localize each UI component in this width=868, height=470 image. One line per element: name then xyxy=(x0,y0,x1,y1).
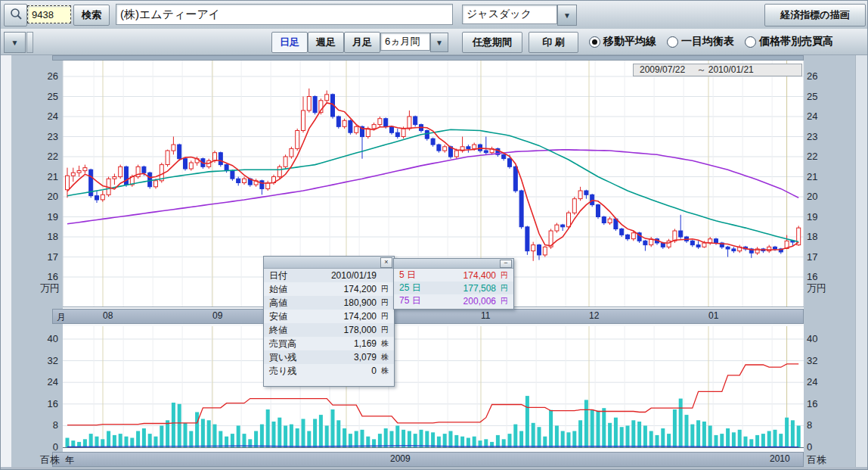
price-tick-right: 18 xyxy=(807,231,817,242)
price-tick-right: 22 xyxy=(807,151,817,162)
ma-legend-popup[interactable]: − 5 日174,400円25 日177,508円75 日200,006円 xyxy=(393,258,514,310)
volume-tick-right: 24 xyxy=(807,376,817,388)
quote-info-row: 安値174,200円 xyxy=(264,310,394,323)
quote-info-titlebar[interactable]: × xyxy=(264,257,394,269)
quote-info-row: 売買高1,169株 xyxy=(264,337,394,350)
price-tick-right: 25 xyxy=(807,91,817,102)
quote-info-row: 日付2010/01/19 xyxy=(264,269,394,282)
quote-info-row: 売り残0株 xyxy=(264,364,394,378)
price-tick-left: 20 xyxy=(36,191,58,202)
price-tick-left: 25 xyxy=(36,91,58,102)
price-tick-left: 18 xyxy=(36,231,58,242)
volume-tick-right: 32 xyxy=(807,355,817,366)
price-tick-left: 26 xyxy=(36,70,58,82)
quote-info-popup[interactable]: × 日付2010/01/19始値174,200円高値180,900円安値174,… xyxy=(263,256,395,387)
bottom-edge-strip xyxy=(1,467,868,470)
quote-info-row: 終値178,000円 xyxy=(264,323,394,337)
month-label: 11 xyxy=(481,310,490,321)
price-tick-right: 24 xyxy=(807,110,817,122)
price-tick-left: 17 xyxy=(36,251,58,263)
price-tick-right: 16 xyxy=(807,271,817,282)
volume-tick-right: 0 xyxy=(807,441,812,453)
volume-tick-left: 40 xyxy=(36,333,58,344)
price-tick-left: 16 xyxy=(36,271,58,282)
volume-tick-right: 40 xyxy=(807,333,817,344)
month-label: 01 xyxy=(708,310,718,321)
date-range-box: 2009/07/22 ～ 2010/01/21 xyxy=(633,64,802,76)
ma-legend-row: 75 日200,006円 xyxy=(394,294,513,307)
month-label: 12 xyxy=(589,310,599,321)
quote-info-row: 買い残3,079株 xyxy=(264,350,394,364)
minimize-icon[interactable]: − xyxy=(500,260,512,268)
volume-tick-right: 16 xyxy=(807,398,817,409)
price-tick-right: 17 xyxy=(807,251,817,263)
price-tick-right: 19 xyxy=(807,211,817,223)
price-tick-left: 21 xyxy=(36,171,58,182)
close-icon[interactable]: × xyxy=(380,257,392,268)
volume-tick-left: 32 xyxy=(36,355,58,366)
volume-tick-left: 8 xyxy=(36,419,58,431)
price-tick-right: 20 xyxy=(807,191,817,202)
right-edge-strip xyxy=(855,55,868,467)
quote-info-rows: 日付2010/01/19始値174,200円高値180,900円安値174,20… xyxy=(264,269,394,378)
quote-info-row: 始値174,200円 xyxy=(264,282,394,296)
price-tick-right: 26 xyxy=(807,70,817,82)
price-tick-left: 22 xyxy=(36,151,58,162)
price-tick-left: 24 xyxy=(36,110,58,122)
price-unit-label-left: 万円 xyxy=(34,282,60,295)
ma-legend-titlebar[interactable]: − xyxy=(394,259,513,269)
price-tick-left: 23 xyxy=(36,131,58,142)
stock-chart-app: 9438 検索 (株)エムティーアイ ジャスダック ▼ 経済指標の描画 ▼ 日足… xyxy=(0,0,868,470)
quote-info-row: 高値180,900円 xyxy=(264,296,394,310)
ma-legend-row: 25 日177,508円 xyxy=(394,282,513,294)
volume-tick-left: 24 xyxy=(36,376,58,388)
volume-tick-left: 0 xyxy=(36,441,58,453)
price-tick-left: 19 xyxy=(36,211,58,223)
price-unit-label-right: 万円 xyxy=(807,282,826,295)
volume-tick-left: 16 xyxy=(36,398,58,409)
ma-legend-row: 5 日174,400円 xyxy=(394,269,513,282)
year-label: 2010 xyxy=(770,453,790,464)
volume-unit-label-right: 百株 xyxy=(807,453,826,467)
month-label: 09 xyxy=(212,310,222,321)
price-tick-right: 21 xyxy=(807,171,817,182)
price-tick-right: 23 xyxy=(807,131,817,142)
ma-legend-rows: 5 日174,400円25 日177,508円75 日200,006円 xyxy=(394,269,513,307)
volume-unit-label-left: 百株 xyxy=(34,453,60,467)
month-label: 08 xyxy=(103,310,113,321)
volume-tick-right: 8 xyxy=(807,419,812,431)
year-label: 2009 xyxy=(390,453,411,464)
